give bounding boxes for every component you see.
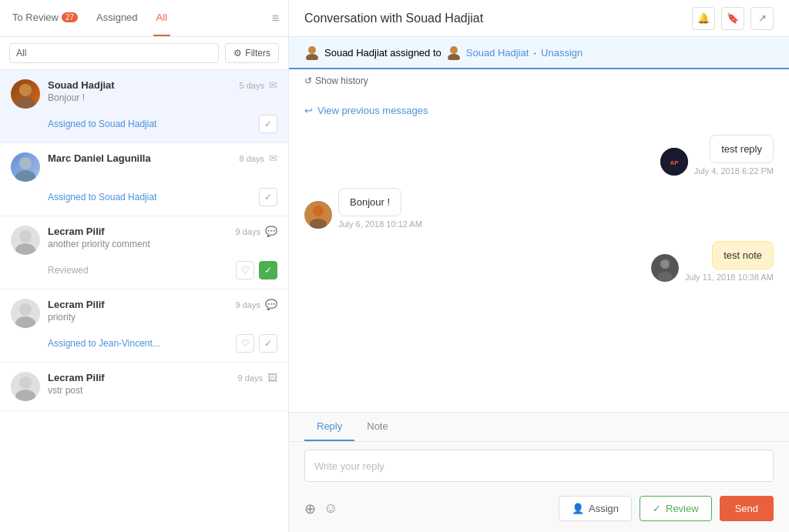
svg-point-7 [15, 316, 35, 328]
message-row-1: test reply July 4, 2018 6:22 PM AP [304, 135, 774, 176]
right-panel: Conversation with Souad Hadjiat 🔔 🔖 ↗ So… [289, 0, 789, 532]
messages-area: ↩ View previous messages test reply July… [289, 92, 789, 412]
svg-point-13 [448, 54, 460, 60]
avatar-souad [11, 79, 40, 109]
check-btn-souad[interactable]: ✓ [259, 115, 277, 133]
emoji-button[interactable]: ☺ [324, 500, 337, 517]
heart-btn-lecram2[interactable]: ♡ [236, 334, 254, 353]
conv-name-lecram2: Lecram Pilif [48, 299, 228, 310]
assign-button[interactable]: 👤 Assign [559, 496, 632, 521]
conversations-list: Souad Hadjiat Bonjour ! 5 days ✉ Assigne… [0, 70, 288, 532]
comment-icon-2: 💬 [265, 299, 277, 310]
souad-avatar-banner [304, 45, 320, 60]
mail-icon: ✉ [269, 79, 277, 91]
show-history-link[interactable]: ↺ Show history [304, 75, 774, 86]
conversation-item-lecram1[interactable]: Lecram Pilif another priority comment 9 … [0, 216, 288, 289]
attachment-button[interactable]: ⊕ [304, 500, 316, 517]
svg-point-5 [15, 243, 35, 255]
compose-tabs: Reply Note [289, 413, 789, 442]
svg-point-20 [660, 259, 670, 269]
assigned-label-lecram2: Assigned to Jean-Vincent... [48, 338, 160, 349]
svg-point-11 [306, 54, 318, 60]
message-row-2: Bonjour ! July 6, 2018 10:12 AM [304, 188, 774, 229]
compose-tab-note[interactable]: Note [354, 413, 400, 441]
filter-select[interactable]: All [9, 43, 219, 63]
bookmark-button[interactable]: 🔖 [721, 7, 744, 30]
avatar-lecram2 [11, 299, 40, 328]
compose-area: Reply Note ⊕ ☺ 👤 Assign ✓ Review [289, 412, 789, 532]
lock-button[interactable]: 🔔 [692, 7, 715, 30]
unassign-link[interactable]: Unassign [541, 47, 583, 59]
svg-point-9 [15, 390, 35, 401]
reviewed-label: Reviewed [48, 265, 89, 276]
history-icon: ↺ [304, 75, 312, 86]
assign-banner: Souad Hadjiat assigned to Souad Hadjiat … [289, 37, 789, 69]
agora-avatar: AP [660, 148, 688, 176]
conv-name-souad: Souad Hadjiat [48, 79, 232, 91]
message-timestamp-1: July 4, 2018 6:22 PM [694, 166, 774, 176]
to-review-badge: 27 [62, 12, 78, 22]
svg-point-12 [450, 46, 458, 54]
conv-preview-lecram1: another priority comment [48, 239, 228, 249]
conversation-title-bar: Conversation with Souad Hadjiat 🔔 🔖 ↗ [289, 0, 789, 37]
send-button[interactable]: Send [720, 496, 774, 521]
conv-time-lecram3: 9 days [238, 373, 263, 383]
avatar-lecram1 [11, 226, 40, 255]
message-timestamp-2: July 6, 2018 10:12 AM [338, 219, 422, 229]
mail-icon-marc: ✉ [269, 152, 277, 164]
svg-point-10 [308, 46, 316, 54]
image-icon: 🖼 [267, 372, 277, 383]
assigned-label-marc: Assigned to Souad Hadjiat [48, 192, 156, 202]
filters-button[interactable]: ⚙ Filters [225, 43, 279, 63]
conv-time-marc: 8 days [240, 154, 264, 163]
svg-point-2 [19, 157, 32, 169]
souad-avatar-banner2 [446, 45, 462, 60]
svg-text:AP: AP [670, 159, 679, 166]
conv-time-lecram1: 9 days [236, 227, 260, 236]
reply-input[interactable] [304, 450, 774, 482]
tab-all[interactable]: All [153, 0, 170, 36]
svg-point-0 [19, 84, 32, 96]
avatar-msg-2 [304, 201, 332, 229]
message-timestamp-3: July 11, 2018 10:38 AM [685, 273, 774, 282]
conv-name-lecram3: Lecram Pilif [48, 372, 230, 383]
conv-name-lecram1: Lecram Pilif [48, 226, 228, 237]
check-btn-lecram1[interactable]: ✓ [259, 261, 277, 279]
conv-name-marc: Marc Daniel Lagunilla [48, 152, 232, 164]
conv-preview-lecram2: priority [48, 312, 228, 323]
check-btn-marc[interactable]: ✓ [259, 188, 277, 206]
svg-point-1 [15, 97, 35, 109]
person-icon: 👤 [572, 503, 584, 514]
conversation-item-lecram3[interactable]: Lecram Pilif vstr post 9 days 🖼 [0, 363, 288, 411]
heart-btn-lecram1[interactable]: ♡ [236, 261, 254, 279]
conversation-title: Conversation with Souad Hadjiat [304, 12, 483, 25]
check-btn-lecram2[interactable]: ✓ [259, 334, 277, 353]
compose-tab-reply[interactable]: Reply [304, 413, 354, 441]
message-row-3: test note July 11, 2018 10:38 AM [304, 241, 774, 282]
view-previous-messages[interactable]: ↩ View previous messages [304, 105, 774, 116]
conv-preview-lecram3: vstr post [48, 385, 230, 396]
message-bubble-2: Bonjour ! [338, 188, 401, 216]
filter-icon: ⚙ [233, 48, 242, 59]
svg-point-6 [19, 303, 32, 316]
left-panel: To Review 27 Assigned All ≡ All ⚙ Filter… [0, 0, 289, 532]
tab-assigned[interactable]: Assigned [93, 0, 140, 36]
svg-point-8 [19, 376, 32, 389]
message-bubble-1: test reply [710, 135, 774, 163]
check-icon: ✓ [653, 503, 661, 514]
svg-point-21 [657, 272, 673, 281]
svg-point-3 [15, 170, 35, 182]
conversation-tabs: To Review 27 Assigned All ≡ [0, 0, 288, 37]
review-button[interactable]: ✓ Review [640, 496, 712, 521]
sort-icon[interactable]: ≡ [272, 12, 279, 25]
assigned-label-souad: Assigned to Souad Hadjiat [48, 119, 156, 129]
conversation-item-lecram2[interactable]: Lecram Pilif priority 9 days 💬 Assigned … [0, 289, 288, 363]
export-button[interactable]: ↗ [750, 7, 774, 30]
svg-point-17 [313, 206, 324, 216]
assign-person: Souad Hadjiat [466, 47, 529, 59]
conversation-item-marc[interactable]: Marc Daniel Lagunilla 8 days ✉ Assigned … [0, 143, 288, 216]
avatar-msg-3 [651, 254, 679, 282]
conv-preview-souad: Bonjour ! [48, 92, 232, 103]
conversation-item-souad[interactable]: Souad Hadjiat Bonjour ! 5 days ✉ Assigne… [0, 70, 288, 143]
tab-to-review[interactable]: To Review 27 [9, 0, 81, 36]
